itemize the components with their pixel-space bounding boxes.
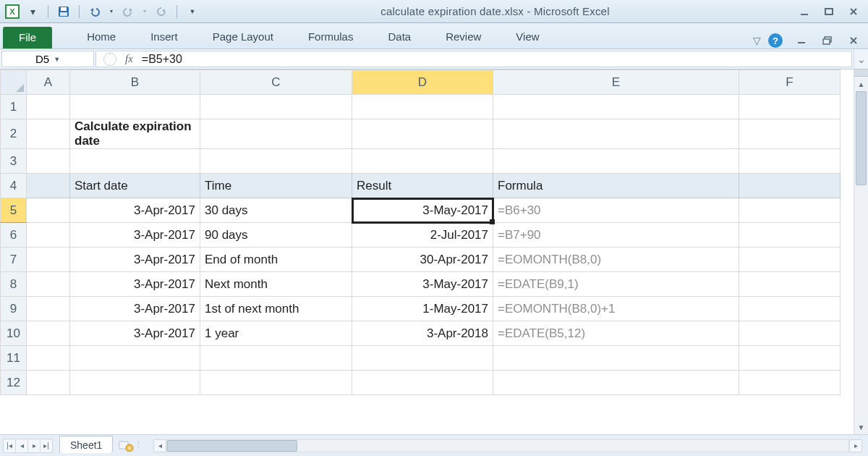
row-header[interactable]: 2 [1,119,27,149]
data-cell[interactable]: =B6+30 [493,198,739,223]
cell[interactable] [200,371,352,395]
cell[interactable] [739,297,841,321]
help-icon[interactable]: ? [768,33,783,48]
tab-insert[interactable]: Insert [150,25,178,48]
cell[interactable] [493,346,739,371]
vertical-scrollbar[interactable]: ▲ ▼ [854,69,868,434]
cell[interactable] [493,95,739,119]
cell[interactable] [352,119,493,149]
row-header[interactable]: 7 [1,248,27,272]
data-cell[interactable]: 1st of next month [200,297,352,321]
cell[interactable] [27,223,70,248]
data-cell[interactable]: 3-Apr-2017 [70,198,200,223]
row-header[interactable]: 5 [1,198,27,223]
cell[interactable] [27,272,70,297]
table-header-cell[interactable]: Time [200,174,352,198]
column-header[interactable]: E [493,70,739,95]
row-header[interactable]: 8 [1,272,27,297]
fx-icon[interactable]: fx [125,53,133,65]
data-cell[interactable]: 1 year [200,321,352,346]
sheet-nav-last-icon[interactable]: ▸| [40,439,53,453]
undo-dropdown-icon[interactable]: ▾ [107,4,116,20]
file-tab[interactable]: File [3,27,52,48]
minimize-icon[interactable] [794,4,814,20]
data-cell[interactable]: 3-Apr-2017 [70,248,200,272]
row-header[interactable]: 11 [1,346,27,371]
cell[interactable] [200,119,352,149]
cell[interactable] [27,297,70,321]
cell[interactable] [27,95,70,119]
cell[interactable] [493,119,739,149]
cell[interactable] [739,223,841,248]
row-header[interactable]: 6 [1,223,27,248]
column-header[interactable]: C [200,70,352,95]
cell[interactable] [27,346,70,371]
data-cell[interactable]: =EDATE(B5,12) [493,321,739,346]
column-header[interactable]: B [70,70,200,95]
redo-icon[interactable] [120,4,136,20]
data-cell[interactable]: =EOMONTH(B8,0)+1 [493,297,739,321]
data-cell[interactable]: 2-Jul-2017 [352,223,493,248]
cell[interactable] [27,248,70,272]
redo-dropdown-icon[interactable]: ▾ [140,4,149,20]
cell[interactable] [352,371,493,395]
cell[interactable] [739,272,841,297]
close-icon[interactable] [843,4,864,20]
table-header-cell[interactable]: Start date [70,174,200,198]
workbook-restore-icon[interactable] [820,33,835,48]
cell[interactable] [739,119,841,149]
row-header[interactable]: 9 [1,297,27,321]
tab-review[interactable]: Review [446,25,481,48]
column-header[interactable]: D [352,70,493,95]
data-cell[interactable]: 3-Apr-2017 [70,272,200,297]
cancel-edit-icon[interactable] [103,53,116,66]
workbook-close-icon[interactable] [846,33,861,48]
table-header-cell[interactable]: Result [352,174,493,198]
undo-icon[interactable] [87,4,103,20]
sheet-nav-next-icon[interactable]: ▸ [27,439,41,453]
sheet-nav-first-icon[interactable]: |◂ [3,439,16,453]
data-cell[interactable]: =EDATE(B9,1) [493,272,739,297]
horizontal-scrollbar[interactable]: ◂ ▸ [153,439,862,452]
cell[interactable] [493,371,739,395]
cell[interactable] [70,95,200,119]
cell[interactable] [739,95,841,119]
cell[interactable] [493,149,739,174]
tab-view[interactable]: View [516,25,539,48]
data-cell[interactable]: 30 days [200,198,352,223]
name-box[interactable]: D5 ▼ [1,51,94,67]
cell[interactable] [352,95,493,119]
data-cell[interactable]: End of month [200,248,352,272]
cell[interactable] [27,174,70,198]
repeat-icon[interactable] [153,4,169,20]
new-sheet-icon[interactable] [117,439,135,452]
cell[interactable] [200,346,352,371]
cell[interactable] [27,371,70,395]
save-icon[interactable] [56,4,72,20]
cell[interactable] [739,321,841,346]
scroll-up-icon[interactable]: ▲ [854,77,868,91]
data-cell[interactable]: 3-Apr-2018 [352,321,493,346]
tab-page-layout[interactable]: Page Layout [213,25,273,48]
name-box-dropdown-icon[interactable]: ▼ [54,56,60,63]
customize-qat-icon[interactable]: ▼ [184,4,200,20]
cell[interactable] [70,149,200,174]
cell[interactable] [27,119,70,149]
cell[interactable] [27,149,70,174]
data-cell[interactable]: 1-May-2017 [352,297,493,321]
maximize-icon[interactable] [819,4,839,20]
cell[interactable] [70,371,200,395]
data-cell[interactable]: 30-Apr-2017 [352,248,493,272]
cell[interactable] [739,248,841,272]
tab-data[interactable]: Data [388,25,411,48]
cell[interactable] [739,198,841,223]
vertical-scroll-thumb[interactable] [856,91,867,185]
row-header[interactable]: 3 [1,149,27,174]
row-header[interactable]: 1 [1,95,27,119]
data-cell[interactable]: Next month [200,272,352,297]
cell[interactable] [739,371,841,395]
formula-bar-expand-icon[interactable]: ⌄ [854,49,868,69]
data-cell[interactable]: 3-May-2017 [352,198,493,223]
data-cell[interactable]: 3-Apr-2017 [70,297,200,321]
cell[interactable] [70,346,200,371]
